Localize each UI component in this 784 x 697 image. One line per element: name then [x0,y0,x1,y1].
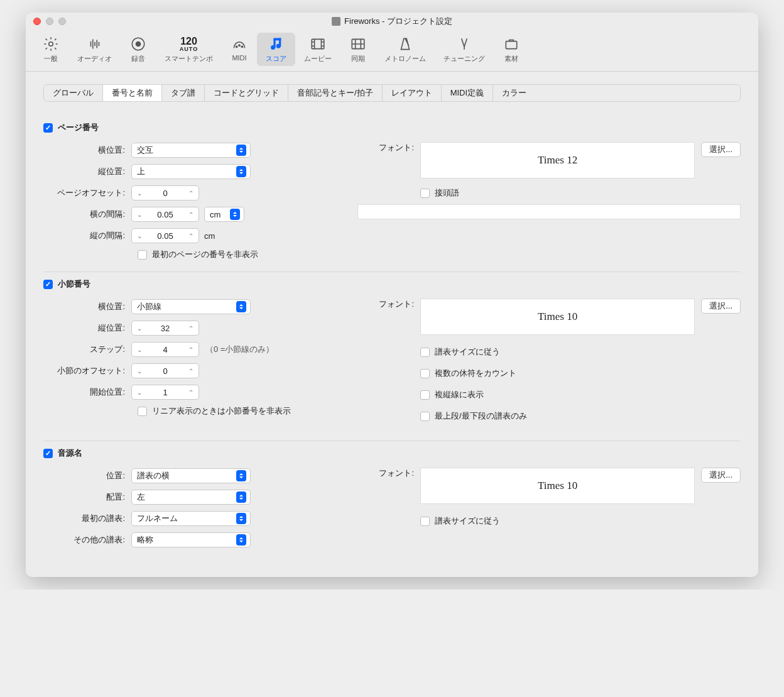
stepper-up-icon[interactable]: ⌃ [183,229,199,243]
inst-font-select-button[interactable]: 選択... [701,468,741,483]
toolbar-metronome[interactable]: メトロノーム [376,33,435,66]
stepper-up-icon[interactable]: ⌃ [183,321,199,335]
inst-align-select[interactable]: 左 [131,490,251,505]
bar-number-title: 小節番号 [58,278,90,290]
gear-icon [42,35,60,53]
stepper-up-icon[interactable]: ⌃ [183,385,199,399]
wave-icon [86,35,104,53]
prefix-checkbox[interactable] [420,189,430,198]
toolbar-assets[interactable]: 素材 [494,33,529,66]
bar-start-stepper[interactable]: ⌄1⌃ [131,385,199,400]
bar-font-preview: Times 10 [420,299,695,335]
subtab-番号と名前[interactable]: 番号と名前 [103,85,162,101]
page-offset-stepper[interactable]: ⌄0⌃ [131,185,199,200]
svg-point-0 [49,42,53,47]
svg-point-4 [239,45,240,46]
app-icon [332,17,340,26]
count-rests-checkbox[interactable] [420,369,430,378]
stepper-down-icon[interactable]: ⌄ [132,321,147,335]
toolbar-movie[interactable]: ムービー [295,33,340,66]
minimize-window-button[interactable] [46,18,53,25]
midi-icon [231,35,248,53]
subtab-音部記号とキー/拍子[interactable]: 音部記号とキー/拍子 [288,85,383,101]
toolbar-wave[interactable]: オーディオ [68,33,121,66]
stepper-down-icon[interactable]: ⌄ [132,186,147,200]
settings-window: Fireworks - プロジェクト設定 一般オーディオ録音120AUTOスマー… [26,13,758,577]
subtab-コードとグリッド[interactable]: コードとグリッド [205,85,288,101]
page-vpos-select[interactable]: 上 [131,164,251,179]
other-staff-select[interactable]: 略称 [131,532,251,547]
stepper-down-icon[interactable]: ⌄ [132,229,147,243]
bar-number-checkbox[interactable] [43,280,53,289]
label-other-staff: その他の譜表: [43,534,131,546]
svg-rect-13 [506,41,516,49]
stepper-up-icon[interactable]: ⌃ [183,364,199,378]
toolbar-score[interactable]: スコア [257,33,295,66]
record-icon [129,35,147,53]
stepper-up-icon[interactable]: ⌃ [183,343,199,356]
page-vgap-stepper[interactable]: ⌄0.05⌃ [131,228,199,243]
page-hgap-stepper[interactable]: ⌄0.05⌃ [131,207,199,222]
inst-pos-select[interactable]: 譜表の横 [131,468,251,483]
page-font-select-button[interactable]: 選択... [701,142,741,157]
label-h-pos: 横位置: [43,145,131,156]
prefix-label: 接頭語 [435,187,459,199]
stepper-down-icon[interactable]: ⌄ [132,385,147,399]
stepper-down-icon[interactable]: ⌄ [132,364,147,378]
chevron-updown-icon [236,513,246,524]
stepper-down-icon[interactable]: ⌄ [132,207,147,221]
chevron-updown-icon [236,166,246,177]
bar-font-select-button[interactable]: 選択... [701,299,741,314]
toolbar-sync[interactable]: 同期 [340,33,376,66]
toolbar-record[interactable]: 録音 [121,33,156,66]
subtab-カラー[interactable]: カラー [493,85,535,101]
chevron-updown-icon [230,209,240,220]
bar-offset-stepper[interactable]: ⌄0⌃ [131,363,199,378]
stepper-up-icon[interactable]: ⌃ [183,207,199,221]
section-page-number: ページ番号 横位置: 交互 縦位置: 上 ページオフセット: ⌄0⌃ 横の間隔:… [43,116,741,272]
stepper-down-icon[interactable]: ⌄ [132,343,147,356]
subtab-レイアウト[interactable]: レイアウト [383,85,442,101]
hgap-unit-select[interactable]: cm [204,207,244,222]
stepper-up-icon[interactable]: ⌃ [183,186,199,200]
label-h-gap: 横の間隔: [43,209,131,220]
subtab-タブ譜[interactable]: タブ譜 [162,85,205,101]
subtab-グローバル[interactable]: グローバル [44,85,103,101]
section-inst-name: 音源名 位置: 譜表の横 配置: 左 最初の譜表: フルネーム その他の譜表: … [43,441,741,564]
vgap-unit-label: cm [204,231,215,241]
subtab-MIDI定義[interactable]: MIDI定義 [442,85,493,101]
tuning-icon [455,35,473,53]
label-bar-vpos: 縦位置: [43,322,131,334]
prefix-input[interactable] [357,204,741,219]
inst-font-preview: Times 10 [420,468,695,504]
first-staff-select[interactable]: フルネーム [131,511,251,526]
zoom-window-button[interactable] [58,18,66,25]
page-font-preview: Times 12 [420,142,695,178]
toolbar-tempo[interactable]: 120AUTOスマートテンポ [156,33,222,66]
toolbar-midi[interactable]: MIDI [222,33,257,66]
assets-icon [503,35,520,53]
label-start-pos: 開始位置: [43,387,131,398]
score-icon [268,35,285,53]
close-window-button[interactable] [33,18,41,25]
page-hpos-select[interactable]: 交互 [131,143,251,158]
tempo-icon: 120AUTO [180,35,198,53]
page-number-checkbox[interactable] [43,123,53,133]
bar-hpos-select[interactable]: 小節線 [131,299,251,314]
bar-vpos-stepper[interactable]: ⌄32⌃ [131,321,199,336]
chevron-updown-icon [236,470,246,481]
svg-rect-11 [312,39,324,48]
hide-linear-checkbox[interactable] [138,407,147,416]
page-number-title: ページ番号 [58,122,99,133]
bar-step-stepper[interactable]: ⌄4⌃ [131,342,199,357]
inst-name-checkbox[interactable] [43,449,53,458]
inst-name-title: 音源名 [58,447,82,459]
hide-first-page-label: 最初のページの番号を非表示 [152,249,258,260]
top-bottom-checkbox[interactable] [420,412,430,421]
show-double-checkbox[interactable] [420,390,430,400]
inst-follow-staff-checkbox[interactable] [420,517,430,526]
follow-staff-checkbox[interactable] [420,348,430,357]
hide-first-page-checkbox[interactable] [138,250,147,260]
toolbar-tuning[interactable]: チューニング [435,33,494,66]
toolbar-gear[interactable]: 一般 [33,33,68,66]
